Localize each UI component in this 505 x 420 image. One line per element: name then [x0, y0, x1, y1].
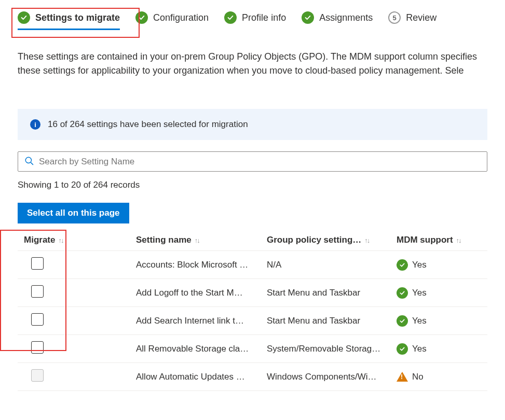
column-header-label: Migrate: [24, 235, 55, 245]
wizard-tabs: Settings to migrateConfigurationProfile …: [0, 0, 505, 30]
cell-group-policy: Start Menu and Taskbar: [267, 288, 397, 298]
cell-migrate: [18, 313, 136, 328]
column-header-mdm-support[interactable]: MDM support ↑↓: [397, 235, 487, 245]
cell-mdm-support: Yes: [397, 343, 487, 355]
svg-line-1: [31, 162, 33, 165]
success-icon: [397, 315, 408, 327]
tab-configuration[interactable]: Configuration: [135, 11, 209, 30]
check-icon: [135, 11, 148, 24]
cell-group-policy: System/Removable Storag…: [267, 344, 397, 354]
cell-migrate: [18, 285, 136, 300]
settings-table: Migrate ↑↓ Setting name ↑↓ Group policy …: [18, 230, 487, 391]
tab-label: Settings to migrate: [35, 12, 120, 23]
cell-mdm-support: No: [397, 372, 487, 382]
success-icon: [397, 259, 408, 271]
warning-icon: [397, 372, 408, 382]
column-header-label: MDM support: [397, 235, 453, 245]
table-row: Add Logoff to the Start M…Start Menu and…: [18, 279, 487, 307]
cell-migrate: [18, 369, 136, 384]
cell-mdm-support: Yes: [397, 315, 487, 327]
cell-group-policy: N/A: [267, 260, 397, 270]
column-header-label: Setting name: [136, 235, 192, 245]
select-all-button[interactable]: Select all on this page: [18, 203, 129, 223]
migrate-checkbox[interactable]: [31, 313, 44, 326]
tab-label: Review: [406, 12, 436, 23]
cell-setting-name: Accounts: Block Microsoft …: [136, 260, 267, 270]
column-header-label: Group policy setting…: [267, 235, 361, 245]
records-count: Showing 1 to 20 of 264 records: [18, 180, 487, 190]
migrate-checkbox[interactable]: [31, 341, 44, 354]
migrate-checkbox[interactable]: [31, 285, 44, 298]
mdm-value: Yes: [412, 260, 427, 270]
sort-icon: ↑↓: [195, 236, 199, 244]
check-icon: [18, 11, 30, 24]
column-header-setting-name[interactable]: Setting name ↑↓: [136, 235, 267, 245]
sort-icon: ↑↓: [58, 236, 63, 244]
tab-profile-info[interactable]: Profile info: [224, 11, 286, 30]
tab-label: Configuration: [153, 12, 209, 23]
tab-label: Assignments: [319, 12, 373, 23]
search-input[interactable]: [39, 157, 481, 167]
tab-settings-to-migrate[interactable]: Settings to migrate: [18, 11, 120, 30]
mdm-value: Yes: [412, 344, 427, 354]
cell-setting-name: Add Search Internet link t…: [136, 316, 267, 326]
column-header-migrate[interactable]: Migrate ↑↓: [18, 235, 136, 245]
tab-label: Profile info: [242, 12, 286, 23]
migrate-checkbox[interactable]: [31, 257, 44, 270]
cell-mdm-support: Yes: [397, 287, 487, 299]
cell-mdm-support: Yes: [397, 259, 487, 271]
cell-setting-name: All Removable Storage cla…: [136, 344, 267, 354]
check-icon: [224, 11, 237, 24]
info-banner-text: 16 of 264 settings have been selected fo…: [48, 119, 248, 130]
step-number-icon: 5: [388, 11, 401, 24]
sort-icon: ↑↓: [456, 236, 461, 244]
info-banner: i 16 of 264 settings have been selected …: [18, 109, 487, 140]
tab-review[interactable]: 5Review: [388, 11, 436, 30]
mdm-value: No: [412, 372, 424, 382]
table-row: All Removable Storage cla…System/Removab…: [18, 335, 487, 363]
cell-group-policy: Windows Components/Wi…: [267, 372, 397, 382]
cell-migrate: [18, 341, 136, 356]
page-description: These settings are contained in your on-…: [0, 30, 505, 78]
check-icon: [302, 11, 314, 24]
migrate-checkbox: [31, 369, 44, 382]
table-header-row: Migrate ↑↓ Setting name ↑↓ Group policy …: [18, 230, 487, 251]
cell-migrate: [18, 257, 136, 272]
info-icon: i: [30, 119, 40, 130]
cell-setting-name: Allow Automatic Updates …: [136, 372, 267, 382]
mdm-value: Yes: [412, 288, 427, 298]
search-container[interactable]: [18, 151, 487, 172]
cell-setting-name: Add Logoff to the Start M…: [136, 288, 267, 298]
success-icon: [397, 287, 408, 299]
column-header-group-policy[interactable]: Group policy setting… ↑↓: [267, 235, 397, 245]
table-row: Add Search Internet link t…Start Menu an…: [18, 307, 487, 335]
sort-icon: ↑↓: [364, 236, 369, 244]
svg-point-0: [25, 157, 31, 163]
table-row: Accounts: Block Microsoft …N/AYes: [18, 251, 487, 279]
search-icon: [24, 156, 34, 167]
tab-assignments[interactable]: Assignments: [302, 11, 373, 30]
table-row: Allow Automatic Updates …Windows Compone…: [18, 363, 487, 391]
cell-group-policy: Start Menu and Taskbar: [267, 316, 397, 326]
success-icon: [397, 343, 408, 355]
mdm-value: Yes: [412, 316, 427, 326]
